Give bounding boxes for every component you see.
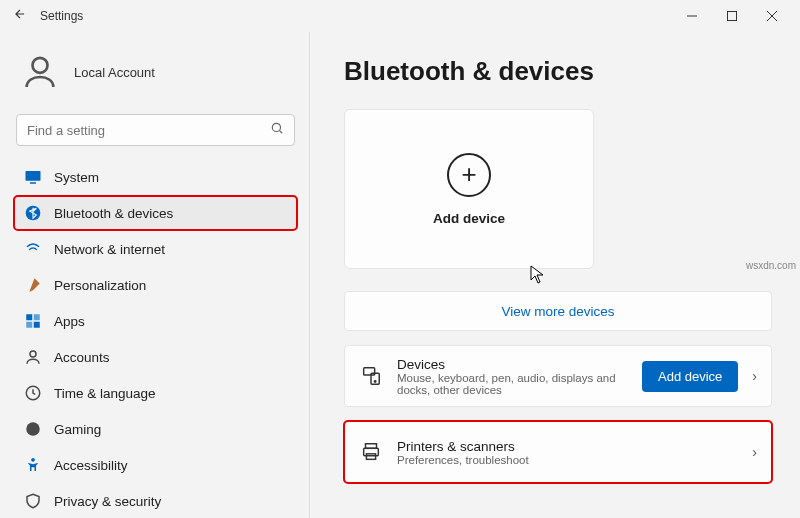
close-button[interactable] [752,0,792,32]
svg-rect-1 [728,12,737,21]
svg-rect-8 [30,182,36,184]
svg-rect-13 [34,322,40,328]
chevron-right-icon: › [752,444,757,460]
sidebar-item-label: Network & internet [54,242,165,257]
bluetooth-icon [24,204,42,222]
sidebar-item-personalization[interactable]: Personalization [14,268,297,302]
search-icon [270,121,284,139]
monitor-icon [24,168,42,186]
wifi-icon [24,240,42,258]
add-device-card[interactable]: + Add device [344,109,594,269]
sidebar-item-bluetooth[interactable]: Bluetooth & devices [14,196,297,230]
shield-icon [24,492,42,510]
devices-subtitle: Mouse, keyboard, pen, audio, displays an… [397,372,628,396]
printer-icon [359,440,383,464]
svg-rect-10 [26,314,32,320]
svg-point-5 [272,123,280,131]
view-more-devices-button[interactable]: View more devices [344,291,772,331]
sidebar-item-apps[interactable]: Apps [14,304,297,338]
brush-icon [24,276,42,294]
search-box[interactable] [16,114,295,146]
sidebar-item-system[interactable]: System [14,160,297,194]
svg-point-4 [33,58,48,73]
sidebar-item-network[interactable]: Network & internet [14,232,297,266]
titlebar: Settings [0,0,800,32]
printers-scanners-row[interactable]: Printers & scanners Preferences, trouble… [344,421,772,483]
sidebar: Local Account System Bluetooth & devices [0,32,310,518]
account-block[interactable]: Local Account [14,40,297,108]
svg-point-14 [30,351,36,357]
sidebar-item-accounts[interactable]: Accounts [14,340,297,374]
watermark: wsxdn.com [746,260,796,271]
sidebar-item-label: Time & language [54,386,156,401]
svg-point-20 [374,381,375,382]
sidebar-item-label: Bluetooth & devices [54,206,173,221]
svg-point-16 [26,422,40,436]
content-area: Local Account System Bluetooth & devices [0,32,800,518]
accessibility-icon [24,456,42,474]
sidebar-item-label: Personalization [54,278,146,293]
add-device-button[interactable]: Add device [642,361,738,392]
nav-list: System Bluetooth & devices Network & int… [14,160,297,518]
svg-rect-11 [34,314,40,320]
devices-text: Devices Mouse, keyboard, pen, audio, dis… [397,357,628,396]
devices-icon [359,364,383,388]
settings-window: Settings Local Account Sy [0,0,800,518]
search-input[interactable] [27,123,270,138]
apps-icon [24,312,42,330]
add-device-label: Add device [433,211,505,226]
view-more-label: View more devices [501,304,614,319]
cursor-icon [530,265,546,289]
svg-point-17 [31,458,35,462]
main-panel: Bluetooth & devices + Add device View mo… [310,32,800,518]
chevron-right-icon: › [752,368,757,384]
account-name: Local Account [74,65,155,80]
person-icon [24,348,42,366]
minimize-button[interactable] [672,0,712,32]
sidebar-item-label: System [54,170,99,185]
devices-title: Devices [397,357,628,372]
printers-text: Printers & scanners Preferences, trouble… [397,439,738,466]
clock-icon [24,384,42,402]
svg-rect-18 [364,368,375,375]
sidebar-item-privacy[interactable]: Privacy & security [14,484,297,518]
back-button[interactable] [8,7,32,25]
svg-line-6 [279,130,282,133]
plus-icon: + [447,153,491,197]
sidebar-item-time-language[interactable]: Time & language [14,376,297,410]
printers-title: Printers & scanners [397,439,738,454]
sidebar-item-label: Apps [54,314,85,329]
devices-row[interactable]: Devices Mouse, keyboard, pen, audio, dis… [344,345,772,407]
sidebar-item-label: Gaming [54,422,101,437]
avatar-icon [20,52,60,92]
sidebar-item-label: Accessibility [54,458,128,473]
sidebar-item-label: Privacy & security [54,494,161,509]
window-title: Settings [40,9,83,23]
svg-rect-23 [366,454,375,460]
maximize-button[interactable] [712,0,752,32]
svg-rect-7 [26,171,41,181]
svg-rect-12 [26,322,32,328]
gaming-icon [24,420,42,438]
sidebar-item-gaming[interactable]: Gaming [14,412,297,446]
sidebar-item-accessibility[interactable]: Accessibility [14,448,297,482]
printers-subtitle: Preferences, troubleshoot [397,454,738,466]
page-title: Bluetooth & devices [344,56,772,87]
sidebar-item-label: Accounts [54,350,110,365]
